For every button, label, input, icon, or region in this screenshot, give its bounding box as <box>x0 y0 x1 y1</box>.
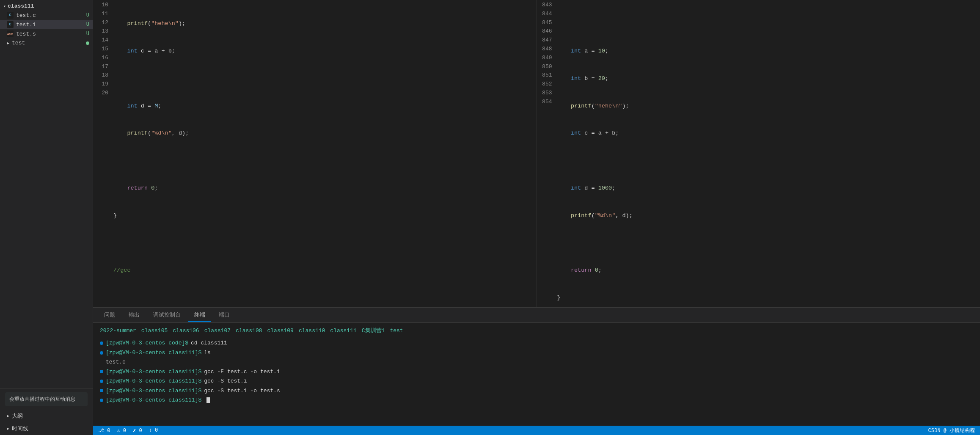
status-warnings: ⚠ 0 <box>117 427 126 434</box>
info-box-text: 会重放直播过程中的互动消息 <box>9 396 75 402</box>
prompt-3: [zpw@VM-0-3-centos class111]$ <box>106 367 201 376</box>
prompt-2: [zpw@VM-0-3-centos class111]$ <box>106 348 201 357</box>
left-code-lines: printf("hehe\n"); int c = a + b; int d =… <box>113 1 537 307</box>
asm-file-icon: ASM <box>7 30 14 37</box>
chevron-down-icon: ▾ <box>3 4 6 9</box>
info-box: 会重放直播过程中的互动消息 <box>5 392 88 406</box>
term-bullet-5 <box>100 389 103 392</box>
right-code-area[interactable]: 843 844 845 846 847 848 849 850 851 852 … <box>537 0 980 307</box>
left-code-area[interactable]: 10 11 12 13 14 15 16 17 18 19 20 printf(… <box>93 0 537 307</box>
nav-class107[interactable]: class107 <box>204 326 231 335</box>
cmd-5: gcc -S test.i -o test.s <box>204 386 280 395</box>
chevron-timeline-icon: ▶ <box>7 426 9 431</box>
right-code-lines: int a = 10; int b = 20; printf("hehe\n")… <box>557 1 980 307</box>
term-line-6: [zpw@VM-0-3-centos class111]$ <box>100 396 973 405</box>
status-u-test-s: U <box>86 31 89 37</box>
term-ls-output: test.c <box>100 358 973 366</box>
tab-problems[interactable]: 问题 <box>98 308 121 322</box>
status-info: ↕ 0 <box>149 427 158 433</box>
term-line-3: [zpw@VM-0-3-centos class111]$ gcc -E tes… <box>100 367 973 376</box>
right-editor-panel: 843 844 845 846 847 848 849 850 851 852 … <box>537 0 980 307</box>
term-bullet-2 <box>100 351 103 355</box>
folder-name: class111 <box>8 3 34 9</box>
term-line-1: [zpw@VM-0-3-centos code]$ cd class111 <box>100 339 973 347</box>
chevron-outline-icon: ▶ <box>7 413 9 418</box>
status-right-text: CSDN @ 小魏结构程 <box>928 427 975 434</box>
tab-terminal[interactable]: 终端 <box>188 308 211 322</box>
foldername-test: test <box>12 40 25 46</box>
cmd-1: cd class111 <box>191 339 227 347</box>
outline-panel[interactable]: ▶ 大纲 <box>0 410 93 422</box>
filename-test-i: test.i <box>16 22 36 28</box>
prompt-6: [zpw@VM-0-3-centos class111]$ <box>106 396 201 405</box>
nav-2022-summer[interactable]: 2022-summer <box>100 326 136 335</box>
status-bar: ⎇ 0 ⚠ 0 ✗ 0 ↕ 0 CSDN @ 小魏结构程 <box>93 426 980 435</box>
chevron-right-icon: ▶ <box>7 41 9 46</box>
left-line-numbers: 10 11 12 13 14 15 16 17 18 19 20 <box>93 1 113 307</box>
outline-label: 大纲 <box>12 412 23 420</box>
term-bullet-4 <box>100 380 103 383</box>
status-branch: ⎇ 0 <box>98 427 110 434</box>
nav-class110[interactable]: class110 <box>299 326 325 335</box>
editors-area: 10 11 12 13 14 15 16 17 18 19 20 printf(… <box>93 0 980 307</box>
sidebar-item-test-i[interactable]: C test.i U <box>0 20 93 29</box>
sidebar-item-test-folder[interactable]: ▶ test <box>0 39 93 47</box>
timeline-label: 时间线 <box>12 425 28 432</box>
terminal-nav-row: 2022-summer class105 class106 class107 c… <box>100 326 973 335</box>
prompt-1: [zpw@VM-0-3-centos code]$ <box>106 339 188 347</box>
term-bullet-3 <box>100 370 103 373</box>
tab-ports[interactable]: 端口 <box>213 308 236 322</box>
left-editor-panel: 10 11 12 13 14 15 16 17 18 19 20 printf(… <box>93 0 537 307</box>
prompt-4: [zpw@VM-0-3-centos class111]$ <box>106 377 201 385</box>
cmd-2: ls <box>204 348 211 357</box>
term-line-5: [zpw@VM-0-3-centos class111]$ gcc -S tes… <box>100 386 973 395</box>
cmd-3: gcc -E test.c -o test.i <box>204 367 280 376</box>
terminal-content[interactable]: 2022-summer class105 class106 class107 c… <box>93 323 980 426</box>
nav-class108[interactable]: class108 <box>236 326 262 335</box>
tab-debug-console[interactable]: 调试控制台 <box>147 308 187 322</box>
prompt-5: [zpw@VM-0-3-centos class111]$ <box>106 386 201 395</box>
nav-c-camp[interactable]: C集训营1 <box>362 326 385 335</box>
sidebar: ▾ class111 C test.c U C test.i U ASM tes… <box>0 0 93 435</box>
term-bullet-6 <box>100 399 103 402</box>
timeline-panel[interactable]: ▶ 时间线 <box>0 422 93 435</box>
right-line-numbers: 843 844 845 846 847 848 849 850 851 852 … <box>537 1 557 307</box>
test-folder-status <box>86 41 89 45</box>
terminal-area: 问题 输出 调试控制台 终端 端口 2022-summer class105 c… <box>93 307 980 426</box>
sidebar-bottom: 会重放直播过程中的互动消息 ▶ 大纲 ▶ 时间线 <box>0 388 93 435</box>
term-line-2: [zpw@VM-0-3-centos class111]$ ls <box>100 348 973 357</box>
nav-class105[interactable]: class105 <box>141 326 168 335</box>
term-bullet-1 <box>100 341 103 345</box>
nav-test[interactable]: test <box>390 326 403 335</box>
c-file-icon-i: C <box>7 21 14 28</box>
status-errors: ✗ 0 <box>133 427 142 434</box>
filename-test-c: test.c <box>16 12 36 19</box>
folder-header[interactable]: ▾ class111 <box>0 2 93 11</box>
nav-class109[interactable]: class109 <box>267 326 294 335</box>
sidebar-item-test-s[interactable]: ASM test.s U <box>0 29 93 39</box>
cmd-4: gcc -S test.i <box>204 377 247 385</box>
nav-class106[interactable]: class106 <box>173 326 199 335</box>
tab-output[interactable]: 输出 <box>123 308 146 322</box>
term-line-4: [zpw@VM-0-3-centos class111]$ gcc -S tes… <box>100 377 973 385</box>
terminal-cursor <box>206 397 210 403</box>
terminal-tabs: 问题 输出 调试控制台 终端 端口 <box>93 308 980 323</box>
nav-class111[interactable]: class111 <box>330 326 356 335</box>
filename-test-s: test.s <box>16 31 36 37</box>
status-u-test-c: U <box>86 12 89 18</box>
status-u-test-i: U <box>86 22 89 28</box>
main-content: 10 11 12 13 14 15 16 17 18 19 20 printf(… <box>93 0 980 435</box>
c-file-icon: C <box>7 12 14 19</box>
sidebar-item-test-c[interactable]: C test.c U <box>0 11 93 20</box>
